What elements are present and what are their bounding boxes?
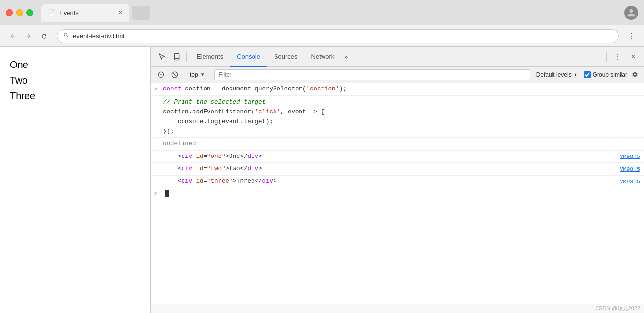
devtools-toolbar-right: ⋮ × bbox=[604, 50, 640, 64]
profile-icon[interactable] bbox=[624, 6, 638, 20]
tab-close-button[interactable]: × bbox=[119, 9, 122, 16]
console-code-4: <div id="one">One</div> bbox=[163, 152, 614, 161]
page-item-one: One bbox=[10, 57, 140, 72]
console-caret-icon: > bbox=[154, 190, 158, 198]
preserve-log-button[interactable] bbox=[169, 69, 181, 81]
console-source-2[interactable]: VM98:5 bbox=[620, 165, 640, 173]
watermark: CSDN @珍儿2022 bbox=[151, 304, 644, 313]
context-selector[interactable]: top ▼ bbox=[187, 69, 208, 81]
tab-sources[interactable]: Sources bbox=[267, 47, 304, 67]
devtools-settings-button[interactable]: ⋮ bbox=[611, 50, 624, 64]
console-input-cursor bbox=[165, 190, 169, 197]
console-code-3: undefined bbox=[163, 139, 640, 149]
console-settings-button[interactable] bbox=[629, 69, 640, 80]
devtools-toolbar: Elements Console Sources Network » ⋮ × bbox=[151, 47, 644, 67]
tab-title: Events bbox=[59, 9, 79, 17]
page-item-two: Two bbox=[10, 72, 140, 88]
devtools-tabs: Elements Console Sources Network » bbox=[190, 47, 603, 67]
maximize-button[interactable] bbox=[26, 9, 33, 16]
console-line-5: <div id="two">Two</div> VM98:5 bbox=[151, 163, 644, 176]
devtools-panel: Elements Console Sources Network » ⋮ × bbox=[151, 47, 644, 313]
inspect-element-button[interactable] bbox=[155, 50, 169, 64]
address-search-icon bbox=[63, 32, 69, 40]
group-similar-checkbox[interactable] bbox=[584, 71, 591, 78]
output-arrow-1: ← bbox=[154, 140, 158, 148]
toolbar-divider-2 bbox=[606, 52, 607, 62]
reload-button[interactable] bbox=[37, 29, 51, 43]
input-arrow-1: > bbox=[154, 85, 158, 93]
levels-label: Default levels bbox=[536, 71, 572, 78]
svg-rect-0 bbox=[174, 53, 179, 60]
page-item-three: Three bbox=[10, 88, 140, 104]
console-code-5: <div id="two">Two</div> bbox=[163, 164, 614, 174]
console-code-2: // Print the selected target section.add… bbox=[163, 97, 640, 136]
console-toolbar-divider bbox=[184, 70, 184, 79]
group-similar-checkbox-group: Group similar bbox=[584, 71, 627, 78]
minimize-button[interactable] bbox=[16, 9, 23, 16]
svg-line-5 bbox=[173, 72, 177, 76]
title-bar: 📄 Events × bbox=[0, 0, 644, 25]
console-source-3[interactable]: VM98:5 bbox=[620, 178, 640, 186]
console-line-2: // Print the selected target section.add… bbox=[151, 96, 644, 138]
clear-console-button[interactable] bbox=[155, 69, 167, 81]
nav-bar: event-test-div.html ⋮ bbox=[0, 25, 644, 47]
close-button[interactable] bbox=[6, 9, 13, 16]
console-line-6: <div id="three">Three</div> VM98:5 bbox=[151, 176, 644, 188]
console-input-line[interactable]: > bbox=[151, 188, 644, 199]
tab-console[interactable]: Console bbox=[230, 47, 267, 67]
log-levels-button[interactable]: Default levels ▼ bbox=[532, 69, 582, 81]
new-tab-button[interactable] bbox=[132, 6, 150, 20]
context-arrow-icon: ▼ bbox=[200, 72, 205, 77]
tab-area: 📄 Events × bbox=[41, 4, 621, 22]
browser-tab[interactable]: 📄 Events × bbox=[41, 4, 129, 22]
back-button[interactable] bbox=[6, 29, 20, 43]
devtools-close-button[interactable]: × bbox=[626, 50, 640, 64]
address-bar[interactable]: event-test-div.html bbox=[57, 29, 619, 43]
context-value: top bbox=[190, 71, 198, 78]
device-toggle-button[interactable] bbox=[170, 50, 184, 64]
console-toolbar-divider-2 bbox=[211, 70, 211, 79]
console-output[interactable]: > const section = document.querySelector… bbox=[151, 83, 644, 304]
tab-elements[interactable]: Elements bbox=[190, 47, 230, 67]
console-code-6: <div id="three">Three</div> bbox=[163, 177, 614, 186]
page-content: One Two Three bbox=[0, 47, 151, 313]
address-text: event-test-div.html bbox=[73, 32, 612, 40]
console-source-1[interactable]: VM98:5 bbox=[620, 152, 640, 160]
more-tabs-button[interactable]: » bbox=[341, 51, 351, 63]
console-line-1: > const section = document.querySelector… bbox=[151, 83, 644, 96]
group-similar-label: Group similar bbox=[593, 71, 627, 78]
toolbar-divider bbox=[186, 52, 187, 62]
console-filter-input[interactable] bbox=[214, 69, 530, 80]
traffic-lights bbox=[6, 9, 33, 16]
browser-menu-button[interactable]: ⋮ bbox=[624, 29, 638, 43]
main-area: One Two Three Elements Console Source bbox=[0, 47, 644, 313]
levels-arrow-icon: ▼ bbox=[574, 72, 578, 77]
console-line-3: ← undefined bbox=[151, 138, 644, 151]
tab-network[interactable]: Network bbox=[304, 47, 342, 67]
tab-icon: 📄 bbox=[48, 9, 55, 16]
console-toolbar: top ▼ Default levels ▼ Group similar bbox=[151, 67, 644, 83]
forward-button[interactable] bbox=[22, 29, 35, 43]
console-code-1: const section = document.querySelector('… bbox=[163, 85, 640, 94]
console-line-4: <div id="one">One</div> VM98:5 bbox=[151, 151, 644, 163]
